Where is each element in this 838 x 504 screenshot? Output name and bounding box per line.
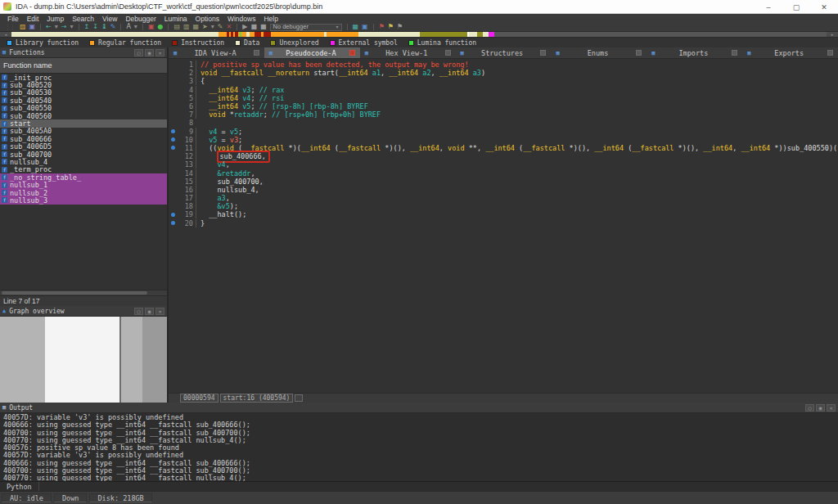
pseudocode-line[interactable]: 12 sub_400666, <box>169 152 838 160</box>
function-item[interactable]: fnullsub_4 <box>0 158 167 165</box>
tab-pseudocode-a[interactable]: ▦Pseudocode-A <box>264 47 360 58</box>
function-item[interactable]: f_term_proc <box>0 166 167 173</box>
tab-close-icon[interactable] <box>349 50 355 56</box>
debug-windows-icon[interactable]: ▣ <box>362 23 368 31</box>
back-icon[interactable]: ← <box>46 23 52 31</box>
graph-overview-header[interactable]: ▲ Graph overview ▢▣✕ <box>0 306 167 317</box>
close-icon[interactable]: ✕ <box>155 308 164 315</box>
pseudocode-line[interactable]: 19 __halt(); <box>169 210 838 218</box>
forward-dropdown-icon[interactable]: ▾ <box>70 23 74 31</box>
pseudocode-line[interactable]: 18 &v5); <box>169 202 838 210</box>
function-item[interactable]: fnullsub_1 <box>0 181 167 188</box>
function-item[interactable]: f_init_proc <box>0 74 167 81</box>
navband-left-arrow-icon[interactable]: ◂ <box>0 32 11 37</box>
menu-item-edit[interactable]: Edit <box>23 15 43 23</box>
pseudocode-line[interactable]: 5 __int64 v4; // rsi <box>169 94 838 102</box>
close-icon[interactable]: ✕ <box>155 49 164 56</box>
tab-exports[interactable]: ▦Exports <box>742 47 838 58</box>
cancel-icon[interactable]: ✕ <box>227 23 232 31</box>
pseudocode-line[interactable]: 10 v5 = v3; <box>169 136 838 144</box>
pseudocode-line[interactable]: 17 a3, <box>169 194 838 202</box>
function-item[interactable]: fsub_4006D5 <box>0 143 167 151</box>
restore-icon[interactable]: ▢ <box>134 49 143 56</box>
pseudocode-line[interactable]: 3{ <box>169 77 838 85</box>
breakpoint-yellow-icon[interactable]: ⚑ <box>388 23 394 31</box>
breakpoint-gray-icon[interactable]: ⚑ <box>397 23 403 31</box>
patch-dropdown-icon[interactable]: ▾ <box>211 23 214 31</box>
functions-horizontal-scrollbar[interactable] <box>0 290 167 295</box>
open-file-icon[interactable]: ▨ <box>20 23 26 31</box>
function-item[interactable]: fsub_4005A0 <box>0 128 167 135</box>
restore-icon[interactable]: ▢ <box>805 404 814 412</box>
struct-edit-icon[interactable]: ▥ <box>183 23 190 31</box>
jump-address-icon[interactable]: ↥ <box>84 23 90 31</box>
float-icon[interactable]: ▣ <box>145 49 154 56</box>
text-dropdown-icon[interactable]: ▾ <box>134 23 137 31</box>
record-icon[interactable]: ● <box>157 23 163 31</box>
output-panel-header[interactable]: ▦ Output ▢▣✕ <box>0 403 838 413</box>
debug-pause-icon[interactable]: ■ <box>250 23 257 31</box>
edit-icon[interactable]: ✎ <box>218 23 223 31</box>
rename-icon[interactable]: ✎ <box>110 23 116 31</box>
tab-close-icon[interactable] <box>445 50 451 56</box>
function-item[interactable]: fnullsub_2 <box>0 189 167 196</box>
navband-right-arrow-icon[interactable]: ▸ <box>827 32 838 37</box>
tab-close-icon[interactable] <box>540 50 546 56</box>
function-item[interactable]: fsub_400700 <box>0 151 167 158</box>
tab-hex-view-1[interactable]: ▦Hex View-1 <box>360 47 456 58</box>
function-item[interactable]: fsub_400530 <box>0 89 167 97</box>
float-icon[interactable]: ▣ <box>816 404 825 412</box>
menu-item-lumina[interactable]: Lumina <box>160 15 191 23</box>
function-item[interactable]: fsub_400550 <box>0 105 167 112</box>
menu-item-windows[interactable]: Windows <box>223 15 259 23</box>
struct-apply-icon[interactable]: ▦ <box>193 23 200 31</box>
menu-item-options[interactable]: Options <box>191 15 223 23</box>
debug-stop-icon[interactable]: ■ <box>260 23 267 31</box>
tab-close-icon[interactable] <box>254 50 259 56</box>
back-dropdown-icon[interactable]: ▾ <box>55 23 58 31</box>
function-item[interactable]: fstart <box>0 119 167 127</box>
scrollbar-thumb[interactable] <box>2 291 147 295</box>
menu-item-jump[interactable]: Jump <box>43 15 68 23</box>
tab-close-icon[interactable] <box>636 50 642 56</box>
save-icon[interactable]: ▣ <box>29 23 36 31</box>
minimize-icon[interactable]: – <box>755 0 782 14</box>
function-item[interactable]: f_no_string_table_ <box>0 173 167 181</box>
pseudocode-line[interactable]: 16 nullsub_4, <box>169 186 838 194</box>
function-name-column-header[interactable]: Function name <box>0 58 167 74</box>
function-item[interactable]: fsub_400540 <box>0 97 167 104</box>
menu-item-view[interactable]: View <box>98 15 121 23</box>
pseudocode-line[interactable]: 6 __int64 v5; // [rsp-8h] [rbp-8h] BYREF <box>169 102 838 110</box>
debug-start-icon[interactable]: ▶ <box>242 23 247 31</box>
menu-item-search[interactable]: Search <box>68 15 98 23</box>
close-icon[interactable]: ✕ <box>810 0 838 14</box>
pseudocode-line[interactable]: 15 sub_400700, <box>169 178 838 186</box>
pseudocode-line[interactable]: 4 __int64 v3; // rax <box>169 86 838 94</box>
tab-ida-view-a[interactable]: ▦IDA View-A <box>169 47 264 58</box>
menu-item-file[interactable]: File <box>3 15 23 23</box>
navigation-band[interactable]: ◂▸ <box>0 31 838 38</box>
pseudocode-line[interactable]: 1// positive sp value has been detected,… <box>169 61 838 69</box>
pseudocode-line[interactable]: 14 &retaddr, <box>169 169 838 177</box>
graph-overview-canvas[interactable] <box>0 317 167 403</box>
pseudocode-line[interactable]: 7 void *retaddr; // [rsp+0h] [rbp+0h] BY… <box>169 110 838 119</box>
attach-icon[interactable]: ▦ <box>353 23 359 31</box>
tab-enums[interactable]: ▦Enums <box>551 47 647 58</box>
pseudocode-line[interactable]: 20} <box>169 219 838 227</box>
output-log[interactable]: 40057D: variable 'v3' is possibly undefi… <box>0 413 838 481</box>
pseudocode-line[interactable]: 2void __fastcall __noreturn start(__int6… <box>169 69 838 77</box>
menu-item-help[interactable]: Help <box>259 15 282 23</box>
tab-close-icon[interactable] <box>827 50 833 56</box>
function-item[interactable]: fsub_400520 <box>0 81 167 88</box>
pseudocode-line[interactable]: 8 <box>169 119 838 127</box>
debugger-selector[interactable]: No debugger▾ <box>270 24 342 31</box>
menu-item-debugger[interactable]: Debugger <box>121 15 160 23</box>
function-item[interactable]: fnullsub_3 <box>0 196 167 204</box>
struct-add-icon[interactable]: ▤ <box>173 23 180 31</box>
forward-icon[interactable]: → <box>61 23 67 31</box>
snapshot-icon[interactable]: ▣ <box>148 23 155 31</box>
text-view-icon[interactable]: A <box>126 23 130 31</box>
maximize-icon[interactable]: ▢ <box>782 0 810 14</box>
functions-panel-header[interactable]: ▦ Functions ▢▣✕ <box>0 47 167 58</box>
breakpoint-red-icon[interactable]: ⚑ <box>379 23 385 31</box>
